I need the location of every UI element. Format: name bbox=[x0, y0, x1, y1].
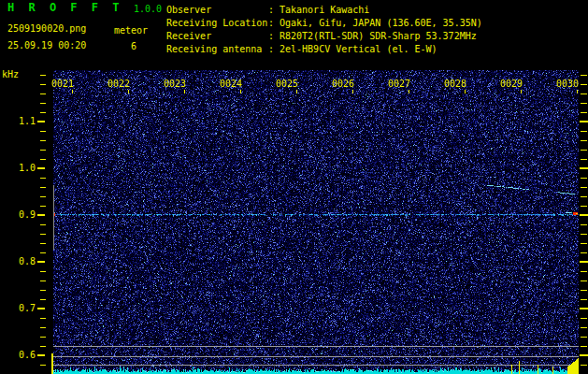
freq-tick-label: 0.9 bbox=[0, 209, 36, 221]
freq-minor-tick-left bbox=[40, 327, 46, 328]
freq-minor-tick-right bbox=[581, 140, 587, 141]
mode-label: meteor bbox=[114, 25, 148, 36]
time-minute-tick bbox=[521, 90, 522, 94]
freq-minor-tick-right bbox=[581, 94, 587, 94]
freq-minor-tick-right bbox=[581, 318, 587, 319]
freq-minor-tick-left bbox=[40, 234, 46, 235]
freq-minor-tick-left bbox=[40, 112, 46, 113]
info-label-observer: Observer bbox=[166, 5, 211, 16]
freq-minor-tick-left bbox=[40, 178, 46, 179]
event-spike bbox=[519, 361, 520, 374]
meteor-count: 6 bbox=[131, 41, 136, 52]
freq-major-tick-right bbox=[580, 121, 588, 122]
info-separator: : bbox=[268, 18, 274, 29]
time-label: 0024 bbox=[217, 79, 245, 90]
info-separator: : bbox=[268, 44, 274, 55]
info-label-antenna: Receiving antenna bbox=[166, 44, 262, 55]
hrofft-window: H R O F F T 1.0.0 2509190020.png meteor … bbox=[0, 0, 588, 374]
freq-minor-tick-right bbox=[581, 178, 587, 179]
freq-major-tick-left bbox=[37, 354, 45, 356]
freq-major-tick-left bbox=[37, 167, 45, 169]
timestamp: 25.09.19 00:20 bbox=[7, 40, 86, 51]
output-filename: 2509190020.png bbox=[7, 23, 86, 35]
freq-minor-tick-left bbox=[40, 159, 46, 160]
freq-minor-tick-left bbox=[40, 206, 46, 207]
freq-minor-tick-left bbox=[40, 103, 46, 104]
freq-minor-tick-right bbox=[581, 234, 587, 235]
event-spike bbox=[511, 365, 512, 374]
info-value-antenna: 2el-HB9CV Vertical (el. E-W) bbox=[280, 44, 437, 55]
time-label: 0026 bbox=[329, 79, 357, 90]
time-label: 0027 bbox=[385, 79, 413, 90]
freq-minor-tick-right bbox=[581, 131, 587, 132]
freq-minor-tick-left bbox=[40, 299, 46, 300]
time-label: 0028 bbox=[441, 79, 469, 90]
time-label: 0029 bbox=[497, 79, 525, 90]
time-minute-tick bbox=[409, 90, 409, 94]
freq-minor-tick-right bbox=[581, 252, 587, 253]
freq-tick-label: 0.7 bbox=[0, 303, 36, 314]
freq-minor-tick-left bbox=[40, 252, 46, 253]
time-minute-tick bbox=[296, 90, 297, 94]
freq-minor-tick-left bbox=[40, 271, 46, 272]
freq-minor-tick-right bbox=[581, 290, 587, 291]
freq-minor-tick-right bbox=[581, 280, 587, 281]
freq-minor-tick-right bbox=[581, 271, 587, 272]
freq-tick-label: 0.8 bbox=[0, 256, 36, 267]
info-label-location: Receiving Location bbox=[166, 18, 267, 29]
time-minute-tick bbox=[72, 90, 73, 94]
freq-minor-tick-left bbox=[40, 140, 46, 141]
event-spike bbox=[538, 365, 538, 374]
freq-minor-tick-right bbox=[581, 243, 587, 244]
freq-minor-tick-left bbox=[40, 150, 46, 151]
freq-major-tick-left bbox=[37, 261, 45, 263]
freq-major-tick-right bbox=[580, 308, 588, 309]
info-label-receiver: Receiver bbox=[166, 31, 211, 42]
event-spike bbox=[51, 353, 53, 374]
freq-minor-tick-right bbox=[581, 196, 587, 197]
time-label: 0021 bbox=[49, 79, 77, 90]
info-value-receiver: R820T2(RTL-SDR) SDR-Sharp 53.372MHz bbox=[280, 31, 477, 42]
freq-minor-tick-right bbox=[581, 327, 587, 328]
freq-minor-tick-right bbox=[581, 346, 587, 347]
info-separator: : bbox=[268, 5, 274, 16]
freq-minor-tick-left bbox=[40, 290, 46, 291]
info-separator: : bbox=[268, 31, 274, 42]
freq-minor-tick-right bbox=[581, 206, 587, 207]
freq-minor-tick-left bbox=[40, 318, 46, 319]
event-spike bbox=[552, 367, 553, 374]
freq-tick-label: 0.6 bbox=[0, 350, 36, 361]
freq-minor-tick-right bbox=[581, 150, 587, 151]
freq-tick-label: 1.0 bbox=[0, 163, 36, 174]
freq-minor-tick-left bbox=[40, 224, 46, 225]
time-minute-tick bbox=[128, 90, 129, 94]
freq-minor-tick-left bbox=[40, 337, 46, 338]
freq-minor-tick-left bbox=[40, 196, 46, 197]
freq-minor-tick-left bbox=[40, 280, 46, 281]
freq-tick-label: 1.1 bbox=[0, 116, 36, 127]
freq-major-tick-left bbox=[37, 308, 45, 309]
app-version: 1.0.0 bbox=[134, 4, 162, 15]
freq-minor-tick-left bbox=[40, 243, 46, 244]
freq-minor-tick-right bbox=[581, 299, 587, 300]
spectrogram-canvas bbox=[53, 70, 579, 374]
time-label: 0022 bbox=[105, 79, 133, 90]
freq-axis-unit: kHz bbox=[2, 69, 19, 80]
freq-major-tick-right bbox=[580, 261, 588, 263]
freq-minor-tick-right bbox=[581, 112, 587, 113]
freq-major-tick-right bbox=[580, 354, 588, 356]
freq-minor-tick-left bbox=[40, 131, 46, 132]
app-title: H R O F F T bbox=[7, 2, 122, 13]
freq-minor-tick-right bbox=[581, 84, 587, 85]
time-label: 0023 bbox=[161, 79, 189, 90]
freq-major-tick-right bbox=[580, 167, 588, 169]
time-minute-tick bbox=[465, 90, 466, 94]
freq-minor-tick-left bbox=[40, 94, 46, 94]
freq-minor-tick-right bbox=[581, 75, 587, 76]
freq-major-tick-right bbox=[580, 214, 588, 216]
freq-minor-tick-left bbox=[40, 365, 46, 366]
freq-minor-tick-right bbox=[581, 365, 587, 366]
time-minute-tick bbox=[240, 90, 241, 94]
freq-minor-tick-right bbox=[581, 337, 587, 338]
time-label: 0030 bbox=[553, 79, 581, 90]
